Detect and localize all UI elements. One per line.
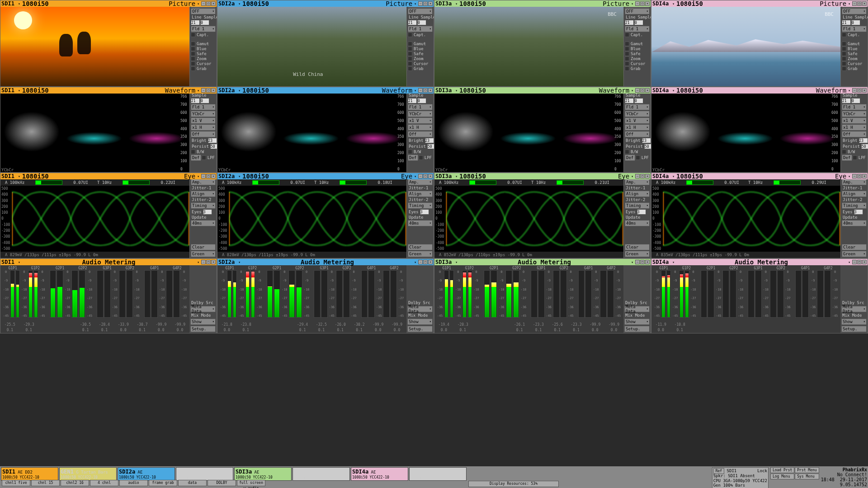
source-label[interactable]: SDI1 bbox=[1, 173, 14, 179]
menu-button[interactable]: Prst Menu bbox=[795, 467, 819, 473]
field-button[interactable]: Fld 1▾ bbox=[191, 104, 216, 110]
green-button[interactable]: Green▾ bbox=[191, 251, 216, 257]
eyes-input[interactable] bbox=[420, 209, 429, 215]
panel-mode[interactable]: Waveform bbox=[165, 87, 195, 94]
close-icon[interactable]: × bbox=[645, 1, 650, 6]
source-label[interactable]: SDI2a bbox=[218, 0, 235, 7]
minimize-icon[interactable]: – bbox=[852, 88, 857, 93]
grab-checkbox[interactable] bbox=[625, 66, 629, 71]
minimize-icon[interactable]: – bbox=[852, 174, 857, 178]
source-label[interactable]: SDI1 bbox=[1, 0, 14, 7]
source-box-SDI4b[interactable]: SDI4b A Absent bbox=[409, 467, 467, 481]
gamut-checkbox[interactable] bbox=[842, 42, 846, 46]
maximize-icon[interactable]: □ bbox=[206, 88, 211, 93]
menu-button[interactable]: Log Menu bbox=[770, 474, 794, 479]
maximize-icon[interactable]: □ bbox=[206, 1, 211, 6]
off-button[interactable]: OFF▾ bbox=[625, 8, 650, 14]
timing-button[interactable]: Timing▾ bbox=[191, 202, 216, 209]
line-input[interactable] bbox=[191, 20, 200, 25]
dropdown-icon[interactable]: ▾ bbox=[848, 89, 850, 93]
eyes-input[interactable] bbox=[637, 209, 646, 215]
line-input[interactable] bbox=[842, 20, 851, 25]
sample-input[interactable] bbox=[200, 20, 209, 25]
capt-checkbox[interactable] bbox=[625, 33, 629, 37]
field-button[interactable]: Fld 1▾ bbox=[408, 104, 433, 110]
dropdown-icon[interactable]: ▾ bbox=[238, 2, 241, 6]
source-box-GEN1[interactable]: GEN1 G Tartan Bars 1080i50 YCC422-10 bbox=[59, 467, 117, 481]
timing-button[interactable]: Timing▾ bbox=[842, 202, 867, 209]
panel-mode[interactable]: Picture bbox=[603, 0, 629, 7]
field-button[interactable]: Fld 1▾ bbox=[191, 26, 216, 32]
maximize-icon[interactable]: □ bbox=[640, 88, 645, 93]
minimize-icon[interactable]: – bbox=[635, 174, 640, 178]
eye-viewport[interactable]: A 100kHz0.07UI T 10Hz0.18UI 500400300200… bbox=[217, 173, 406, 258]
timing-button[interactable]: Timing▾ bbox=[625, 202, 650, 209]
capt-checkbox[interactable] bbox=[408, 33, 412, 37]
dropdown-icon[interactable]: ▾ bbox=[631, 174, 633, 178]
maximize-icon[interactable]: □ bbox=[640, 260, 645, 264]
dropdown-icon[interactable]: ▾ bbox=[238, 174, 241, 178]
source-label[interactable]: SDI3a bbox=[435, 173, 452, 179]
minimize-icon[interactable]: – bbox=[201, 88, 206, 93]
green-button[interactable]: Green▾ bbox=[408, 251, 433, 257]
x1h-button[interactable]: x1 H▾ bbox=[625, 124, 650, 131]
field-button[interactable]: Fld 1▾ bbox=[625, 104, 650, 110]
show-button[interactable]: Show▾ bbox=[190, 319, 216, 325]
source-label[interactable]: SDI4a bbox=[652, 259, 669, 265]
maximize-icon[interactable]: □ bbox=[857, 1, 862, 6]
source-label[interactable]: SDI4a bbox=[652, 0, 669, 7]
maximize-icon[interactable]: □ bbox=[857, 260, 862, 264]
minimize-icon[interactable]: – bbox=[418, 260, 423, 264]
capt-checkbox[interactable] bbox=[842, 33, 846, 37]
zoom-checkbox[interactable] bbox=[408, 56, 412, 61]
field-button[interactable]: Fld 1▾ bbox=[842, 104, 867, 110]
def-button[interactable]: Def bbox=[191, 155, 201, 161]
close-icon[interactable]: × bbox=[428, 1, 433, 6]
setup-button[interactable]: Setup. bbox=[190, 326, 216, 332]
source-label[interactable]: SDI2a bbox=[218, 173, 235, 179]
dropdown-icon[interactable]: ▾ bbox=[455, 174, 458, 178]
align-button[interactable]: Align▾ bbox=[191, 191, 216, 197]
panel-mode[interactable]: Eye bbox=[401, 173, 412, 180]
picture-viewport[interactable]: Wild China bbox=[217, 0, 406, 86]
sample-input[interactable] bbox=[417, 20, 426, 25]
close-icon[interactable]: × bbox=[428, 260, 433, 264]
eye-viewport[interactable]: A 100kHz0.07UI T 10Hz0.22UI 500400300200… bbox=[0, 173, 189, 258]
metadata-button[interactable]: Meta Data▾ bbox=[190, 306, 216, 312]
bw-checkbox[interactable] bbox=[625, 150, 629, 154]
panel-mode[interactable]: Picture bbox=[169, 0, 195, 7]
grab-checkbox[interactable] bbox=[842, 66, 846, 71]
close-icon[interactable]: × bbox=[862, 1, 867, 6]
amp-button[interactable]: Amp.▾ bbox=[842, 179, 867, 185]
dropdown-icon[interactable]: ▾ bbox=[848, 174, 850, 178]
minimize-icon[interactable]: – bbox=[201, 174, 206, 178]
minimize-icon[interactable]: – bbox=[418, 88, 423, 93]
panel-mode[interactable]: Audio Metering bbox=[676, 258, 846, 266]
sample-input[interactable] bbox=[634, 20, 643, 25]
source-box-SDI2b[interactable]: SDI2b A Absent bbox=[176, 467, 233, 481]
x1h-button[interactable]: x1 H▾ bbox=[842, 124, 867, 131]
bright-input[interactable] bbox=[208, 138, 217, 143]
def-button[interactable]: Def bbox=[408, 155, 418, 161]
func-button[interactable]: chnl2 16 bbox=[61, 480, 89, 486]
line-input[interactable] bbox=[842, 98, 851, 103]
ycbcr-button[interactable]: YCbCr▾ bbox=[842, 111, 867, 117]
lpf-checkbox[interactable] bbox=[853, 155, 857, 160]
source-box-SDI3a[interactable]: SDI3a AE 1080i50 YCC422-10 bbox=[234, 467, 292, 481]
update-button[interactable]: 40ms▾ bbox=[625, 220, 650, 226]
func-button[interactable]: data bbox=[178, 480, 207, 486]
dropdown-icon[interactable]: ▾ bbox=[672, 2, 675, 6]
bright-input[interactable] bbox=[425, 138, 434, 143]
zoom-checkbox[interactable] bbox=[842, 56, 846, 61]
dropdown-icon[interactable]: ▾ bbox=[848, 2, 850, 6]
dropdown-icon[interactable]: ▾ bbox=[197, 174, 199, 178]
minimize-icon[interactable]: – bbox=[635, 260, 640, 264]
bright-input[interactable] bbox=[859, 138, 868, 143]
off-button[interactable]: Off▾ bbox=[842, 131, 867, 137]
blue-checkbox[interactable] bbox=[842, 47, 846, 51]
dropdown-icon[interactable]: ▾ bbox=[238, 260, 241, 264]
off-button[interactable]: OFF▾ bbox=[842, 8, 867, 14]
menu-button[interactable]: Load Prst bbox=[770, 467, 794, 473]
sample-input[interactable] bbox=[634, 98, 643, 103]
waveform-viewport[interactable]: 7667006005004003503002001000 YCbCr bbox=[0, 87, 189, 172]
